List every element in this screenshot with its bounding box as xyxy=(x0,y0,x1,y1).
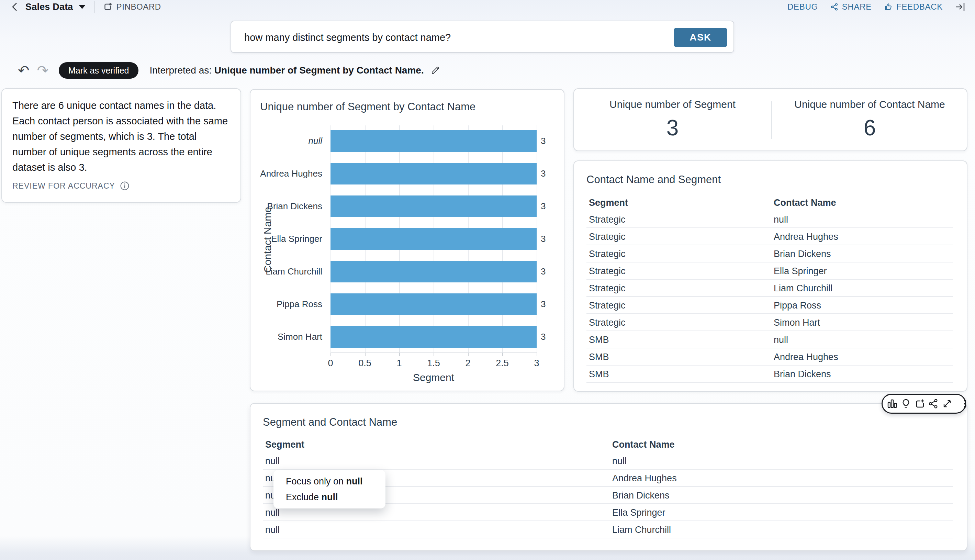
edit-interpretation-button[interactable] xyxy=(430,65,440,76)
table-row[interactable]: StrategicElla Springer xyxy=(587,262,953,280)
cell-segment[interactable]: SMB xyxy=(589,365,609,383)
cell-segment[interactable]: SMB xyxy=(589,348,609,365)
dataset-selector-label[interactable]: Sales Data xyxy=(25,2,73,12)
cell-segment[interactable]: Strategic xyxy=(589,280,626,297)
chevron-left-icon xyxy=(10,2,19,12)
cell-segment[interactable]: Strategic xyxy=(589,262,626,280)
chart-bar[interactable] xyxy=(330,195,537,217)
insights-button[interactable] xyxy=(900,397,912,410)
cell-segment[interactable]: null xyxy=(265,452,280,470)
cell-segment[interactable]: Strategic xyxy=(589,314,626,331)
share-button[interactable]: SHARE xyxy=(830,2,872,12)
ask-button[interactable]: ASK xyxy=(674,28,727,47)
kpi-value: 6 xyxy=(771,115,968,140)
bar-value-label: 3 xyxy=(541,163,545,185)
category-label[interactable]: Pippa Ross xyxy=(250,293,327,315)
chart-bar[interactable] xyxy=(330,228,537,250)
table-row[interactable]: nullnull xyxy=(263,452,953,470)
feedback-button[interactable]: FEEDBACK xyxy=(884,2,943,12)
cell-contact-name[interactable]: Andrea Hughes xyxy=(774,348,838,365)
category-label[interactable]: null xyxy=(250,130,327,152)
category-label[interactable]: Liam Churchill xyxy=(250,261,327,282)
pinboard-icon xyxy=(103,2,112,11)
table-row[interactable]: StrategicLiam Churchill xyxy=(587,280,953,297)
chart-bar[interactable] xyxy=(330,130,537,152)
table-row[interactable]: StrategicAndrea Hughes xyxy=(587,228,953,245)
cell-segment[interactable]: Strategic xyxy=(589,297,626,314)
category-label[interactable]: Ella Springer xyxy=(250,228,327,250)
column-header-segment[interactable]: Segment xyxy=(265,436,304,453)
cell-segment[interactable]: null xyxy=(265,521,280,538)
cell-contact-name[interactable]: Liam Churchill xyxy=(612,521,671,538)
bar-value-label: 3 xyxy=(541,293,545,315)
topbar-divider xyxy=(95,1,95,13)
add-board-icon xyxy=(914,398,925,409)
kpi-contact-name: Unique number of Contact Name 6 xyxy=(771,89,968,150)
table-row[interactable]: SMBnull xyxy=(587,331,953,348)
question-input[interactable]: how many distinct segments by contact na… xyxy=(244,21,451,53)
menu-item-prefix: Exclude xyxy=(286,492,322,502)
debug-label: DEBUG xyxy=(787,2,818,12)
info-icon[interactable] xyxy=(120,181,130,191)
table-row[interactable]: StrategicBrian Dickens xyxy=(587,245,953,262)
caret-down-icon[interactable] xyxy=(79,5,85,9)
cell-contact-name[interactable]: null xyxy=(612,452,627,470)
table-row[interactable]: StrategicPippa Ross xyxy=(587,297,953,314)
cell-segment[interactable]: SMB xyxy=(589,331,609,348)
table-row[interactable]: SMBAndrea Hughes xyxy=(587,348,953,365)
ask-bar: how many distinct segments by contact na… xyxy=(230,21,734,53)
kpi-value: 3 xyxy=(574,115,771,140)
cell-contact-name[interactable]: Brian Dickens xyxy=(612,487,670,504)
table-row[interactable]: StrategicSimon Hart xyxy=(587,314,953,331)
x-tick-label: 2 xyxy=(454,358,482,368)
back-button[interactable] xyxy=(9,1,21,13)
cell-contact-name[interactable]: Brian Dickens xyxy=(774,365,831,383)
add-to-pinboard-button[interactable] xyxy=(914,397,925,410)
cell-contact-name[interactable]: Ella Springer xyxy=(774,262,827,280)
cell-contact-name[interactable]: Brian Dickens xyxy=(774,245,831,262)
more-options-button[interactable] xyxy=(960,397,970,410)
cell-contact-name[interactable]: Andrea Hughes xyxy=(774,228,838,245)
chart-bar[interactable] xyxy=(330,293,537,315)
chart-area: Contact Name 00.511.522.53null3Andrea Hu… xyxy=(250,90,564,391)
redo-icon[interactable]: ↷ xyxy=(37,63,49,77)
cell-contact-name[interactable]: Liam Churchill xyxy=(774,280,832,297)
pinboard-button[interactable]: PINBOARD xyxy=(103,2,161,12)
table-row[interactable]: SMBBrian Dickens xyxy=(587,365,953,383)
category-label[interactable]: Andrea Hughes xyxy=(250,163,327,185)
cell-contact-name[interactable]: null xyxy=(774,211,788,228)
chart-bar[interactable] xyxy=(330,326,537,348)
share-label: SHARE xyxy=(842,2,872,12)
cell-contact-name[interactable]: Simon Hart xyxy=(774,314,820,331)
table-row[interactable]: Strategicnull xyxy=(587,211,953,228)
column-header-contact-name[interactable]: Contact Name xyxy=(612,436,675,453)
category-label[interactable]: Brian Dickens xyxy=(250,195,327,217)
chart-bar[interactable] xyxy=(330,261,537,282)
cell-segment[interactable]: Strategic xyxy=(589,228,626,245)
cell-segment[interactable]: Strategic xyxy=(589,245,626,262)
maximize-button[interactable] xyxy=(942,397,953,410)
debug-button[interactable]: DEBUG xyxy=(787,2,818,12)
share-visual-button[interactable] xyxy=(928,397,939,410)
share-icon xyxy=(830,3,838,11)
menu-item-value: null xyxy=(322,492,338,502)
category-label[interactable]: Simon Hart xyxy=(250,326,327,348)
cell-contact-name[interactable]: Pippa Ross xyxy=(774,297,821,314)
collapse-panel-button[interactable] xyxy=(955,2,965,12)
table-row[interactable]: nullLiam Churchill xyxy=(263,521,953,538)
column-header-contact-name[interactable]: Contact Name xyxy=(774,194,836,211)
chart-type-button[interactable] xyxy=(887,397,898,410)
undo-icon[interactable]: ↶ xyxy=(18,63,30,77)
cell-contact-name[interactable]: Andrea Hughes xyxy=(612,470,677,487)
review-label: REVIEW FOR ACCURACY xyxy=(12,182,115,191)
cell-segment[interactable]: Strategic xyxy=(589,211,626,228)
context-menu: Focus only on null Exclude null xyxy=(273,470,385,508)
cell-contact-name[interactable]: null xyxy=(774,331,788,348)
menu-item-focus-only[interactable]: Focus only on null xyxy=(273,473,385,489)
menu-item-exclude[interactable]: Exclude null xyxy=(273,489,385,505)
cell-contact-name[interactable]: Ella Springer xyxy=(612,504,665,521)
chart-bar[interactable] xyxy=(330,163,537,185)
x-axis-title: Segment xyxy=(382,372,485,383)
column-header-segment[interactable]: Segment xyxy=(589,194,628,211)
mark-as-verified-button[interactable]: Mark as verified xyxy=(59,62,138,79)
